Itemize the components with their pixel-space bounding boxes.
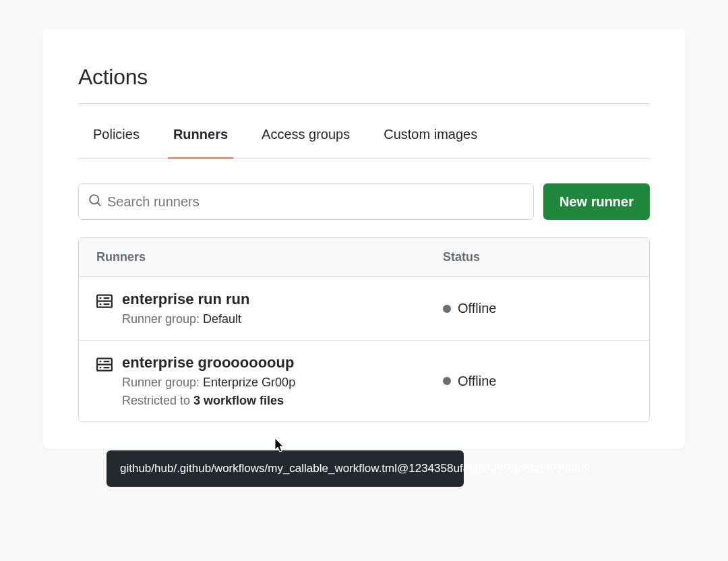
tab-custom-images[interactable]: Custom images: [384, 109, 477, 158]
runner-text: enterprise groooooooup Runner group: Ent…: [122, 354, 295, 408]
tooltip: github/hub/.github/workflows/my_callable…: [107, 450, 464, 487]
table-header: Runners Status: [79, 238, 649, 277]
runner-text: enterprise run run Runner group: Default: [122, 291, 249, 326]
runner-name: enterprise groooooooup: [122, 354, 295, 372]
runner-group-line: Runner group: Enterprize Gr00p: [122, 376, 295, 390]
search-input[interactable]: [107, 194, 524, 210]
status-cell: Offline: [443, 301, 632, 316]
search-box[interactable]: [78, 183, 534, 220]
search-row: New runner: [78, 183, 650, 220]
runner-cell: enterprise groooooooup Runner group: Ent…: [96, 354, 443, 408]
tab-access-groups[interactable]: Access groups: [262, 109, 350, 158]
table-row[interactable]: enterprise run run Runner group: Default…: [79, 277, 649, 341]
tabs: Policies Runners Access groups Custom im…: [78, 109, 650, 159]
server-icon: [96, 293, 113, 312]
workflow-files-link[interactable]: 3 workflow files: [193, 394, 284, 407]
runner-cell: enterprise run run Runner group: Default: [96, 291, 443, 326]
runner-group-line: Runner group: Default: [122, 312, 249, 326]
status-cell: Offline: [443, 374, 632, 389]
runners-table: Runners Status enterprise run run Runner…: [78, 237, 650, 422]
settings-card: Actions Policies Runners Access groups C…: [43, 30, 685, 449]
new-runner-button[interactable]: New runner: [543, 183, 650, 220]
status-label: Offline: [458, 301, 496, 316]
search-icon: [88, 194, 102, 210]
table-header-runners: Runners: [96, 250, 443, 264]
table-header-status: Status: [443, 250, 632, 264]
status-label: Offline: [458, 374, 496, 389]
server-icon: [96, 357, 113, 376]
tab-runners[interactable]: Runners: [173, 109, 228, 158]
runner-name: enterprise run run: [122, 291, 249, 308]
status-dot-icon: [443, 377, 451, 385]
tab-policies[interactable]: Policies: [93, 109, 140, 158]
table-row[interactable]: enterprise groooooooup Runner group: Ent…: [79, 341, 649, 421]
runner-restricted-line: Restricted to 3 workflow files: [122, 394, 295, 408]
status-dot-icon: [443, 305, 451, 313]
page-title: Actions: [78, 65, 650, 104]
